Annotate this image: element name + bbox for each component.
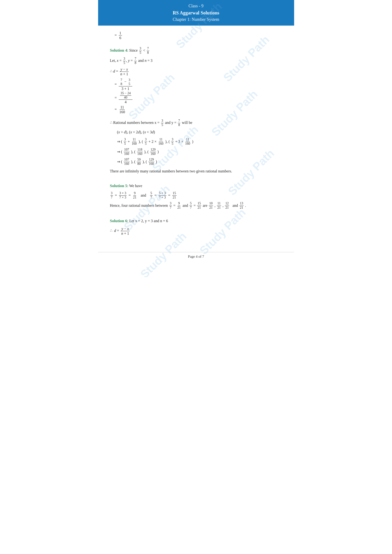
- solution6-label: Solution 6: [110, 219, 127, 223]
- frac-step2-outer: 35 − 24 40 4: [119, 91, 133, 104]
- f-129-160-s: 129160: [148, 158, 154, 166]
- f-13-21: 1321: [239, 201, 244, 210]
- f-3-7: 37: [111, 191, 113, 200]
- f-3x3-7x3: 3 × 37 × 3: [119, 191, 127, 200]
- frac-x-3-5: 35: [123, 57, 126, 65]
- solution4-let: Let, x = 35, y = 78 and n = 3: [110, 57, 282, 65]
- d-step3: = 11 160: [115, 105, 282, 114]
- xd-forms: (x + d), (x + 2d), (x + 3d): [117, 129, 282, 136]
- f-3-5-b: 35: [145, 138, 147, 146]
- f-9-21: 921: [133, 191, 137, 200]
- frac-y-7-8: 78: [134, 57, 137, 65]
- frac-1-6: 1 6: [119, 31, 122, 40]
- page-header: Class - 9 RS Aggarwal Solutions Chapter …: [98, 0, 294, 26]
- f-107-160-s: 107160: [124, 158, 130, 166]
- d-step1: = 78 − 35 3 + 1: [115, 78, 282, 91]
- header-line2: RS Aggarwal Solutions: [100, 9, 292, 16]
- d-step2: = 35 − 24 40 4: [115, 91, 282, 104]
- f-11-160-c: 11160: [185, 138, 190, 146]
- f-129-160: 129160: [150, 148, 156, 156]
- page-footer: Page 4 of 7: [98, 252, 294, 261]
- solution4-header: Solution 4: Since 35 < 78: [110, 47, 282, 55]
- solution6-header: Solution 6: Let x = 2, y = 3 and n = 6: [110, 217, 282, 225]
- frac-7-8-s4: 78: [147, 47, 149, 55]
- frac-7-8-num: 78: [120, 78, 123, 86]
- infinitely-many: There are infinitely many rational numbe…: [110, 168, 282, 175]
- frac-x-3-5-stmt: 35: [161, 119, 163, 127]
- main-content: = 1 6 Solution 4: Since 35 < 78 Let, x =…: [98, 26, 294, 247]
- f-118-160: 118160: [137, 148, 143, 156]
- solution5-calc: 37 = 3 × 37 × 3 = 921 and 57 = 5 × 37 × …: [110, 191, 282, 200]
- xd-simplified: ⇒ ( 107160 ), ( 5980 ), ( 129160 ): [117, 158, 282, 166]
- f-107-160: 107160: [124, 148, 130, 156]
- frac-11-160: 11 160: [119, 105, 126, 114]
- f-10-21: 1021: [209, 201, 213, 210]
- solution5-header: Solution 5: We have: [110, 182, 282, 190]
- f-11-160-b: 11160: [158, 138, 164, 146]
- xd-expanded: ⇒ ( 35 + 11160 ), ( 35 + 2 × 11160 ), ( …: [117, 138, 282, 146]
- solution6-d: ∴ d = y − x n + 1: [110, 226, 282, 236]
- frac-35-24-40: 35 − 24 40: [120, 91, 132, 100]
- f-12-21: 1221: [225, 201, 229, 210]
- initial-fraction: = 1 6: [115, 31, 282, 40]
- f-15-21: 1521: [172, 191, 176, 200]
- page-number: Page 4 of 7: [188, 255, 204, 258]
- frac-y-7-8-stmt: 78: [178, 119, 180, 127]
- xd-computed1: ⇒ ( 107160 ), ( 118160 ), ( 129160 ): [117, 148, 282, 156]
- f-15-21-r: 1521: [197, 201, 201, 210]
- solution5-label: Solution 5: [110, 184, 127, 188]
- f-11-21: 1121: [217, 201, 221, 210]
- f-3-7-r: 37: [169, 201, 172, 210]
- solution5-result: Hence, four rational numbers between 37 …: [110, 201, 282, 210]
- header-line1: Class - 9: [100, 3, 292, 9]
- solution4-d-formula: ∴ d = y − x n + 1: [110, 67, 282, 76]
- f-5-7: 57: [150, 191, 153, 200]
- frac-d-formula: y − x n + 1: [120, 67, 129, 76]
- f-3-5-c: 35: [171, 138, 174, 146]
- f-9-21-r: 921: [177, 201, 181, 210]
- f-11-160-a: 11160: [131, 138, 137, 146]
- f-3-5-a: 35: [124, 138, 126, 146]
- frac-3-5-num: 35: [128, 78, 131, 86]
- frac-step1: 78 − 35 3 + 1: [119, 78, 132, 91]
- f-5x3-7x3: 5 × 37 × 3: [159, 191, 166, 200]
- frac-3-5-s4: 35: [139, 47, 142, 55]
- therefore-stmt: ∴ Rational numbers between x = 35 and y …: [110, 119, 282, 127]
- header-line3: Chapter 1: Number System: [100, 16, 292, 23]
- solution4-label: Solution 4: [110, 48, 127, 53]
- frac-d-s6: y − x n + 1: [121, 226, 130, 236]
- f-59-80: 5980: [137, 158, 141, 166]
- f-5-7-r: 57: [189, 201, 192, 210]
